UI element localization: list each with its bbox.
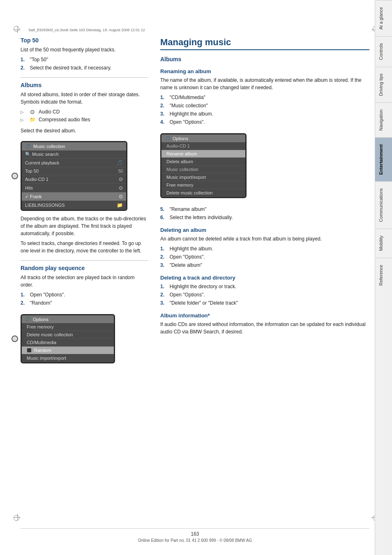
deleting-track-step-1: 1. Highlight the directory or track. [160, 283, 369, 290]
top50-description: List of the 50 most frequently played tr… [21, 46, 148, 53]
main-content: Top 50 List of the 50 most frequently pl… [21, 37, 369, 522]
random-checkbox [27, 348, 32, 353]
screen-header-1: 🎵 Music collection [22, 142, 126, 150]
opt-row-music-import-export: Music import/export [161, 173, 245, 181]
options-header-2: 🎵 Options [161, 134, 245, 142]
albums-title-right: Albums [160, 56, 369, 62]
screen-row-top50: Top 50 50 [22, 167, 126, 175]
albums-description: All stored albums, listed in order of th… [21, 91, 148, 106]
top50-step-1: 1. "Top 50" [21, 56, 148, 63]
random-options-screen: 🎵 Options Free memory Delete music colle… [21, 310, 115, 368]
bullet-audio-cd: ⊙ Audio CD [21, 108, 148, 116]
page-heading: Managing music [160, 37, 369, 50]
tab-mobility[interactable]: Mobility [375, 229, 392, 257]
screen-mockup-1: 🎵 Music collection 🔍 Music search Curren… [21, 141, 127, 211]
knob-indicator-1 [12, 173, 18, 179]
divider-1 [21, 77, 148, 78]
left-column: Top 50 List of the 50 most frequently pl… [21, 37, 148, 368]
music-collection-screen: 🎵 Music collection 🔍 Music search Curren… [21, 137, 127, 215]
options-screen-2: 🎵 Options Audio-CD 1 Rename album Delete… [160, 133, 247, 198]
deleting-album-steps: 1. Highlight the album. 2. Open "Options… [160, 245, 369, 269]
options-header-1: 🎵 Options [22, 315, 114, 323]
albums-title-left: Albums [21, 82, 148, 88]
screen-rows-1: 🔍 Music search Current playback 🎵 Top 50… [22, 150, 126, 210]
random-step-1: 1. Open "Options". [21, 291, 148, 298]
renaming-title: Renaming an album [160, 68, 369, 74]
options-screen-1: 🎵 Options Free memory Delete music colle… [21, 314, 115, 363]
music-icon-1: 🎵 [25, 143, 31, 149]
opt-row-rename-album: Rename album [161, 150, 245, 158]
top50-section: Top 50 List of the 50 most frequently pl… [21, 37, 148, 72]
renaming-step-6: 6. Select the letters individually. [160, 214, 369, 221]
deleting-album-title: Deleting an album [160, 227, 369, 233]
deleting-track-steps: 1. Highlight the directory or track. 2. … [160, 283, 369, 307]
albums-note-2: To select tracks, change directories if … [21, 240, 148, 254]
album-info-section: Album information* If audio CDs are stor… [160, 312, 369, 335]
albums-bullet-list: ⊙ Audio CD 📁 Compressed audio files [21, 108, 148, 124]
random-section: Random play sequence All tracks of the s… [21, 265, 148, 368]
album-info-description: If audio CDs are stored without informat… [160, 321, 369, 335]
renaming-step-3: 3. Highlight the album. [160, 110, 369, 118]
opt-row-delete-music-2: Delete music collection [161, 189, 245, 197]
divider-2 [21, 260, 148, 261]
renaming-step-2: 2. "Music collection" [160, 102, 369, 109]
renaming-step-4: 4. Open "Options". [160, 118, 369, 126]
select-album-text: Select the desired album. [21, 127, 148, 134]
opt-row-cd-multimedia: CD/Multimedia [22, 339, 114, 347]
opt-row-music-collection: Music collection [161, 166, 245, 173]
renaming-step-5: 5. "Rename album" [160, 206, 369, 213]
deleting-album-description: An album cannot be deleted while a track… [160, 235, 369, 243]
renaming-options-screen: 🎵 Options Audio-CD 1 Rename album Delete… [160, 129, 247, 202]
albums-section-left: Albums All stored albums, listed in orde… [21, 82, 148, 254]
opt-row-audiocd1: Audio-CD 1 [161, 142, 245, 150]
random-description: All tracks of the selection are played b… [21, 274, 148, 289]
screen-row-hits: Hits ⊙ [22, 184, 126, 192]
folder-icon: 📁 [29, 117, 36, 123]
tab-entertainment[interactable]: Entertainment [375, 137, 392, 181]
renaming-description: The name of the album, if available, is … [160, 76, 369, 91]
right-column: Managing music Albums Renaming an album … [160, 37, 369, 368]
tab-communications[interactable]: Communications [375, 181, 392, 229]
copyright-text: Online Edition for Part no. 01 41 2 600 … [21, 538, 369, 543]
album-info-title: Album information* [160, 312, 369, 319]
albums-note-1: Depending on the album, the tracks or th… [21, 215, 148, 237]
screen-row-lieblingssongs: LIEBLINGSSONGS 📁 [22, 201, 126, 210]
renaming-step-1: 1. "CD/Multimedia" [160, 94, 369, 101]
top50-title: Top 50 [21, 37, 148, 44]
tab-reference[interactable]: Reference [375, 258, 392, 292]
deleting-track-title: Deleting a track and directory [160, 275, 369, 281]
deleting-track-step-3: 3. "Delete folder" or "Delete track" [160, 299, 369, 307]
opt-row-delete-album: Delete album [161, 158, 245, 166]
screen-row-frank: ✓ Frank ⊙ [22, 192, 126, 201]
deleting-album-section: Deleting an album An album cannot be del… [160, 227, 369, 269]
deleting-track-section: Deleting a track and directory 1. Highli… [160, 275, 369, 307]
screen-row-current-playback: Current playback 🎵 [22, 159, 126, 167]
renaming-steps: 1. "CD/Multimedia" 2. "Music collection"… [160, 94, 369, 126]
tab-driving-tips[interactable]: Driving tips [375, 67, 392, 102]
opt-rows-1: Free memory Delete music collection CD/M… [22, 323, 114, 362]
opt-rows-2: Audio-CD 1 Rename album Delete album Mus… [161, 142, 245, 197]
renaming-steps-2: 5. "Rename album" 6. Select the letters … [160, 206, 369, 221]
renaming-section: Renaming an album The name of the album,… [160, 68, 369, 221]
cd-icon: ⊙ [29, 109, 36, 116]
deleting-album-step-1: 1. Highlight the album. [160, 245, 369, 252]
tab-controls[interactable]: Controls [375, 36, 392, 67]
screen-row-audiocd1: Audio-CD 1 ⊙ [22, 175, 126, 184]
page-number: 163 [21, 531, 369, 537]
sidebar-tabs: At a glance Controls Driving tips Naviga… [375, 0, 392, 555]
deleting-album-step-3: 3. "Delete album" [160, 261, 369, 269]
corner-mark-tl [12, 25, 22, 35]
screen-row-music-search: 🔍 Music search [22, 150, 126, 159]
deleting-track-step-2: 2. Open "Options". [160, 291, 369, 298]
knob-indicator-2 [12, 335, 18, 342]
deleting-album-step-2: 2. Open "Options". [160, 253, 369, 261]
footer: 163 Online Edition for Part no. 01 41 2 … [21, 528, 369, 543]
tab-at-a-glance[interactable]: At a glance [375, 0, 392, 36]
opt-row-random: Random [22, 347, 114, 354]
opt-row-music-import: Music import/export [22, 354, 114, 362]
opt-row-free-memory-2: Free memory [161, 181, 245, 189]
tab-navigation[interactable]: Navigation [375, 102, 392, 137]
file-info: ba8_E9293M3_cic.book Seite 163 Dienstag,… [29, 28, 145, 32]
random-title: Random play sequence [21, 265, 148, 271]
top50-step-2: 2. Select the desired track, if necessar… [21, 64, 148, 72]
